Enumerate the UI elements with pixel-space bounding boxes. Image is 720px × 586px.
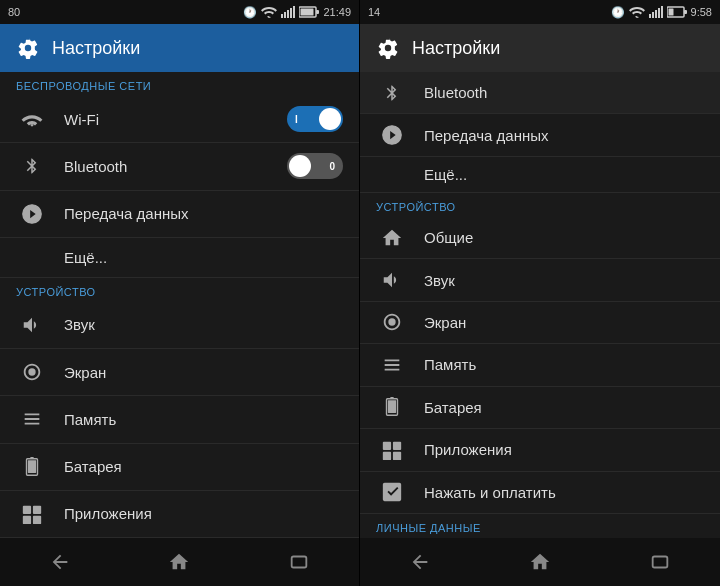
svg-rect-20 [658, 8, 660, 18]
sound-item-left[interactable]: Звук [0, 302, 359, 349]
screen-label-right: Экран [424, 314, 704, 331]
nfc-item-right[interactable]: Нажать и оплатить [360, 472, 720, 514]
home-btn-left[interactable] [149, 542, 209, 582]
battery-item-left[interactable]: Батарея [0, 444, 359, 491]
general-icon-right [376, 222, 408, 254]
apps-item-left[interactable]: Приложения [0, 491, 359, 538]
section-device-right: УСТРОЙСТВО [360, 193, 720, 217]
screen-icon-right [376, 306, 408, 338]
wifi-toggle-text: I [295, 114, 298, 125]
sound-label-right: Звук [424, 272, 704, 289]
svg-rect-30 [393, 442, 401, 450]
data-icon-right [376, 119, 408, 151]
svg-rect-18 [652, 12, 654, 18]
screen-icon-left [16, 356, 48, 388]
left-panel: 80 🕐 21:49 Настройки БЕСПРОВОДНЫЕ СЕТИ [0, 0, 360, 586]
back-btn-left[interactable] [30, 542, 90, 582]
battery-icon-left [299, 6, 319, 18]
memory-item-left[interactable]: Память [0, 396, 359, 443]
bluetooth-toggle-left[interactable]: 0 [287, 153, 343, 179]
svg-rect-19 [655, 10, 657, 18]
svg-rect-0 [281, 14, 283, 18]
bluetooth-icon-right [376, 77, 408, 109]
settings-icon-right [376, 36, 400, 60]
nfc-icon-right [376, 476, 408, 508]
clock-icon-right: 🕐 [611, 6, 625, 19]
wifi-icon-item [16, 103, 48, 135]
svg-rect-7 [301, 9, 314, 16]
svg-rect-6 [316, 10, 319, 14]
signal-icon-right [649, 6, 663, 18]
apps-icon-right [376, 434, 408, 466]
wifi-toggle-knob [319, 108, 341, 130]
svg-rect-13 [33, 506, 41, 514]
data-label-right: Передача данных [424, 127, 704, 144]
left-content: БЕСПРОВОДНЫЕ СЕТИ Wi-Fi I Bluetooth [0, 72, 359, 538]
svg-rect-33 [653, 557, 668, 568]
svg-rect-3 [290, 8, 292, 18]
battery-level-left: 80 [8, 6, 20, 18]
sound-icon-right [376, 264, 408, 296]
bottom-nav-right [360, 538, 720, 586]
screen-label-left: Экран [64, 364, 343, 381]
sound-item-right[interactable]: Звук [360, 259, 720, 301]
bluetooth-toggle-text: 0 [329, 161, 335, 172]
svg-rect-27 [390, 397, 394, 399]
bluetooth-partial-right[interactable]: Bluetooth [360, 72, 720, 114]
right-content: Bluetooth Передача данных Ещё... УСТРОЙС… [360, 72, 720, 538]
apps-item-right[interactable]: Приложения [360, 429, 720, 471]
home-btn-right[interactable] [510, 542, 570, 582]
battery-label-right: Батарея [424, 399, 704, 416]
title-bar-left: Настройки [0, 24, 359, 72]
bluetooth-label-left: Bluetooth [64, 158, 287, 175]
clock-icon-left: 🕐 [243, 6, 257, 19]
general-item-right[interactable]: Общие [360, 217, 720, 259]
sound-label-left: Звук [64, 316, 343, 333]
nfc-label-right: Нажать и оплатить [424, 484, 704, 501]
recent-btn-left[interactable] [269, 542, 329, 582]
svg-rect-24 [668, 9, 673, 16]
settings-icon-left [16, 36, 40, 60]
section-device-left: УСТРОЙСТВО [0, 278, 359, 302]
data-icon-left [16, 198, 48, 230]
status-bar-left: 80 🕐 21:49 [0, 0, 359, 24]
signal-icon-left [281, 6, 295, 18]
more-item-right[interactable]: Ещё... [360, 157, 720, 193]
svg-rect-10 [30, 457, 34, 459]
battery-level-right: 14 [368, 6, 380, 18]
wifi-toggle-switch[interactable]: I [287, 106, 343, 132]
memory-icon-right [376, 349, 408, 381]
recent-btn-right[interactable] [630, 542, 690, 582]
bluetooth-toggle-knob [289, 155, 311, 177]
svg-rect-17 [649, 14, 651, 18]
title-bar-right: Настройки [360, 24, 720, 72]
bottom-nav-left [0, 538, 359, 586]
back-btn-right[interactable] [390, 542, 450, 582]
apps-icon-left [16, 498, 48, 530]
battery-item-right[interactable]: Батарея [360, 387, 720, 429]
more-item-left[interactable]: Ещё... [0, 238, 359, 278]
more-label-right: Ещё... [424, 166, 467, 183]
data-item-left[interactable]: Передача данных [0, 191, 359, 238]
data-label-left: Передача данных [64, 205, 343, 222]
bluetooth-toggle-switch[interactable]: 0 [287, 153, 343, 179]
status-bar-right: 14 🕐 9:58 [360, 0, 720, 24]
wifi-item-left[interactable]: Wi-Fi I [0, 96, 359, 143]
apps-label-right: Приложения [424, 441, 704, 458]
svg-rect-12 [23, 506, 31, 514]
svg-rect-31 [383, 452, 391, 460]
screen-item-right[interactable]: Экран [360, 302, 720, 344]
right-panel: 14 🕐 9:58 Настройки Blu [360, 0, 720, 586]
battery-item-icon-right [376, 391, 408, 423]
wifi-toggle-left[interactable]: I [287, 106, 343, 132]
data-item-right[interactable]: Передача данных [360, 114, 720, 156]
bluetooth-icon-left [16, 150, 48, 182]
memory-icon-left [16, 403, 48, 435]
battery-label-left: Батарея [64, 458, 343, 475]
section-wireless-left: БЕСПРОВОДНЫЕ СЕТИ [0, 72, 359, 96]
memory-item-right[interactable]: Память [360, 344, 720, 386]
battery-icon-right [667, 6, 687, 18]
title-right: Настройки [412, 38, 500, 59]
bluetooth-item-left[interactable]: Bluetooth 0 [0, 143, 359, 190]
screen-item-left[interactable]: Экран [0, 349, 359, 396]
